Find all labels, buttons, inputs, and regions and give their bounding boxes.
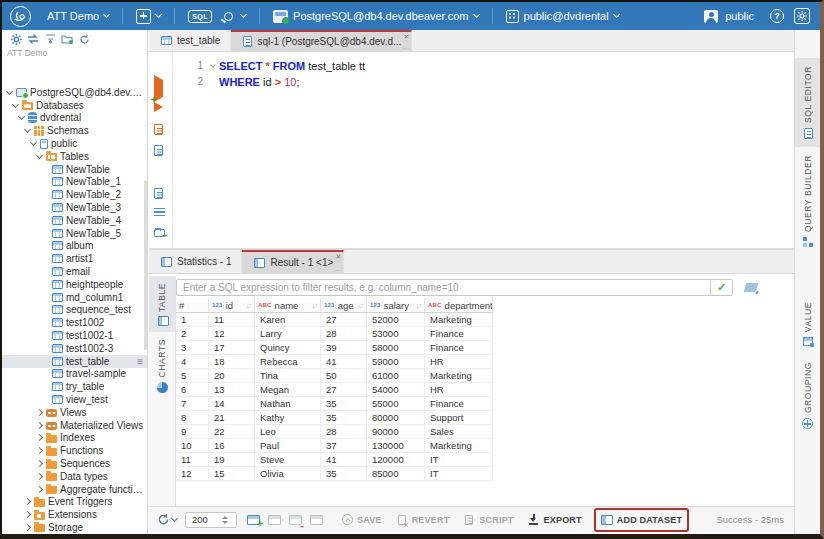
row-number-cell[interactable]: 2	[176, 327, 209, 340]
tree-item-schemas[interactable]: Schemas	[2, 124, 147, 137]
editor-tab-test-table[interactable]: test_table	[149, 30, 231, 51]
data-cell[interactable]: 61000	[367, 369, 425, 382]
tree-expand-arrow[interactable]	[35, 448, 44, 453]
copy-row-button[interactable]	[310, 515, 323, 525]
data-cell[interactable]: Marketing	[425, 313, 493, 326]
data-cell[interactable]: HR	[425, 383, 493, 396]
explain-plan-button[interactable]	[154, 145, 168, 159]
tree-expand-arrow[interactable]	[35, 474, 44, 479]
column-header-department[interactable]: ABCdepartment↓↑	[425, 298, 493, 312]
data-cell[interactable]: Sales	[425, 425, 493, 438]
refresh-tree-button[interactable]	[77, 32, 91, 46]
data-cell[interactable]: Finance	[425, 341, 493, 354]
data-cell[interactable]: 12	[209, 327, 255, 340]
delete-row-button[interactable]: -	[289, 515, 302, 525]
data-cell[interactable]: 22	[209, 425, 255, 438]
row-number-cell[interactable]: 7	[176, 397, 209, 410]
row-number-header[interactable]: #	[176, 298, 209, 312]
tree-item-databases[interactable]: Databases	[2, 99, 147, 112]
data-cell[interactable]: 19	[209, 453, 255, 466]
tree-item-test1002[interactable]: test1002	[2, 316, 147, 329]
tree-item-public[interactable]: public	[2, 137, 147, 150]
data-cell[interactable]: Tina	[255, 369, 321, 382]
duplicate-row-button[interactable]	[268, 515, 281, 525]
tree-item-tables[interactable]: Tables	[2, 150, 147, 163]
data-cell[interactable]: 52000	[367, 313, 425, 326]
new-object-button[interactable]	[130, 2, 167, 30]
tree-item-dvdrental[interactable]: dvdrental	[2, 112, 147, 125]
user-menu[interactable]: public	[698, 2, 760, 30]
tree-item-newtable-2[interactable]: NewTable_2	[2, 188, 147, 201]
panel-tab-sql-editor[interactable]: SQL EDITOR	[795, 58, 820, 147]
data-cell[interactable]: 13	[209, 383, 255, 396]
row-number-cell[interactable]: 12	[176, 467, 209, 480]
tree-item-sequences[interactable]: Sequences	[2, 457, 147, 470]
data-cell[interactable]: Megan	[255, 383, 321, 396]
data-cell[interactable]: HR	[425, 355, 493, 368]
collapse-all-button[interactable]	[43, 32, 57, 46]
tree-item-view-test[interactable]: view_test	[2, 393, 147, 406]
connection-selector[interactable]: PostgreSQL@db4.dev.dbeaver.com	[267, 2, 484, 30]
data-cell[interactable]: 41	[321, 355, 367, 368]
sql-code-area[interactable]: SELECT * FROM test_table ttWHERE id > 10…	[219, 58, 365, 90]
tree-expand-arrow[interactable]	[23, 525, 32, 530]
row-number-cell[interactable]: 9	[176, 425, 209, 438]
export-button[interactable]: EXPORT	[528, 514, 582, 526]
close-icon[interactable]: ✕	[335, 253, 341, 261]
data-cell[interactable]: 55000	[367, 397, 425, 410]
tree-item-test1002-1[interactable]: test1002-1	[2, 329, 147, 342]
data-cell[interactable]: 20	[209, 369, 255, 382]
data-cell[interactable]: 21	[209, 411, 255, 424]
result-tab-statistics-1[interactable]: Statistics - 1	[149, 250, 242, 273]
column-header-salary[interactable]: 123salary↓↑	[367, 298, 425, 312]
revert-button[interactable]: REVERT	[396, 514, 450, 526]
row-number-cell[interactable]: 11	[176, 453, 209, 466]
sort-icon[interactable]: ↓↑	[416, 302, 421, 309]
tree-item-postgresql-db4-dev-dbe[interactable]: PostgreSQL@db4.dev.dbe...	[2, 86, 147, 99]
data-cell[interactable]: 35	[321, 467, 367, 480]
row-number-cell[interactable]: 5	[176, 369, 209, 382]
sort-icon[interactable]: ↓↑	[246, 302, 251, 309]
presentation-tab-charts[interactable]: CHARTS	[149, 332, 175, 398]
sort-icon[interactable]: ↓↑	[358, 302, 363, 309]
editor-tab-sql-1-postgresql-db4-dev-d[interactable]: sql-1 (PostgreSQL@db4.dev.d...✕⋯	[231, 30, 412, 51]
tree-item-md-column1[interactable]: md_column1	[2, 291, 147, 304]
tree-item-newtable-5[interactable]: NewTable_5	[2, 227, 147, 240]
tab-more-icon[interactable]: ⋯	[402, 46, 409, 51]
data-cell[interactable]: Quincy	[255, 341, 321, 354]
sort-icon[interactable]: ↓↑	[312, 302, 317, 309]
data-cell[interactable]: 90000	[367, 425, 425, 438]
execute-script-button[interactable]	[154, 124, 168, 138]
open-sql-editor-button[interactable]: SQL	[182, 2, 218, 30]
query-outline-button[interactable]	[154, 208, 168, 222]
tree-expand-arrow[interactable]	[17, 116, 26, 119]
refresh-result-button[interactable]	[157, 513, 177, 526]
data-cell[interactable]: Nathan	[255, 397, 321, 410]
data-cell[interactable]: Rebecca	[255, 355, 321, 368]
tree-expand-arrow[interactable]	[35, 461, 44, 466]
data-cell[interactable]: Kathy	[255, 411, 321, 424]
data-cell[interactable]: Finance	[425, 397, 493, 410]
column-header-age[interactable]: 123age↓↑	[321, 298, 367, 312]
data-cell[interactable]: IT	[425, 467, 493, 480]
search-button[interactable]	[218, 2, 252, 30]
clear-filter-button[interactable]	[744, 283, 759, 292]
row-number-cell[interactable]: 4	[176, 355, 209, 368]
data-cell[interactable]: Karen	[255, 313, 321, 326]
tree-expand-arrow[interactable]	[35, 410, 44, 415]
tree-item-views[interactable]: Views	[2, 406, 147, 419]
row-number-cell[interactable]: 6	[176, 383, 209, 396]
tree-expand-arrow[interactable]	[35, 155, 44, 158]
data-cell[interactable]: 27	[321, 383, 367, 396]
workspace-selector[interactable]: ATT Demo	[41, 2, 115, 30]
data-cell[interactable]: 50	[321, 369, 367, 382]
close-icon[interactable]: ✕	[403, 33, 409, 41]
fetch-size-stepper[interactable]	[185, 512, 237, 528]
tree-item-test1002-3[interactable]: test1002-3	[2, 342, 147, 355]
row-number-cell[interactable]: 3	[176, 341, 209, 354]
data-cell[interactable]: 120000	[367, 453, 425, 466]
fold-chevron-icon[interactable]	[210, 62, 216, 68]
format-script-button[interactable]	[154, 188, 168, 202]
data-cell[interactable]: Larry	[255, 327, 321, 340]
data-cell[interactable]: 39	[321, 341, 367, 354]
